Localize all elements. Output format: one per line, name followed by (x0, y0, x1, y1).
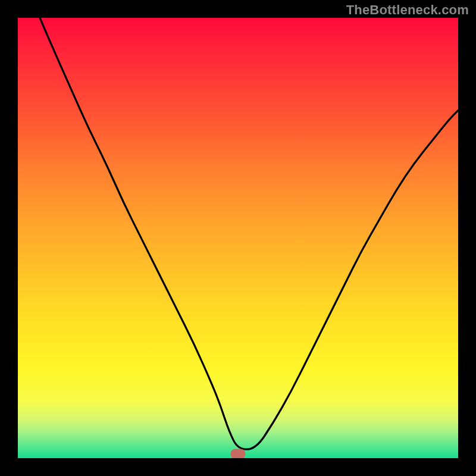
chart-frame: TheBottleneck.com (0, 0, 476, 476)
watermark-text: TheBottleneck.com (346, 2, 469, 18)
minimum-marker (231, 449, 246, 458)
curve-svg (18, 18, 458, 458)
plot-area (18, 18, 458, 458)
bottleneck-curve (40, 18, 458, 449)
